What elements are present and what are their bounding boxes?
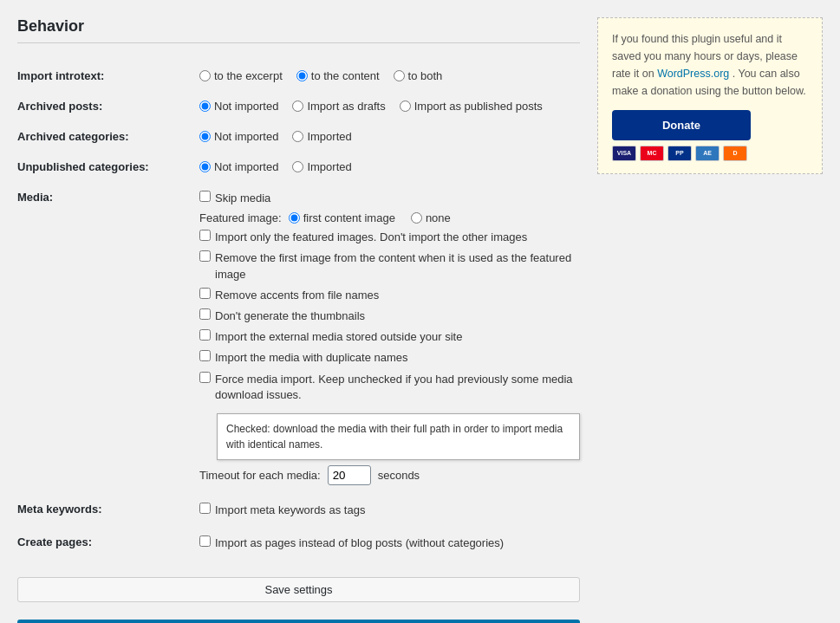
skip-media-row: Skip media bbox=[199, 191, 580, 206]
archposts-drafts-radio[interactable] bbox=[292, 101, 303, 112]
introtext-both-label[interactable]: to both bbox=[408, 69, 443, 82]
featured-none-option[interactable]: none bbox=[411, 211, 451, 224]
archposts-drafts-option[interactable]: Import as drafts bbox=[292, 100, 385, 113]
start-button[interactable]: Start / Resume the import bbox=[17, 620, 580, 623]
featured-first-option[interactable]: first content image bbox=[289, 211, 395, 224]
media-no-thumbnails-row: Don't generate the thumbnails bbox=[199, 308, 580, 324]
import-introtext-options: to the excerpt to the content to both bbox=[199, 69, 580, 82]
media-only-featured-label[interactable]: Import only the featured images. Don't i… bbox=[215, 230, 527, 245]
media-remove-first-label[interactable]: Remove the first image from the content … bbox=[215, 250, 580, 282]
media-tooltip-box: Checked: download the media with their f… bbox=[199, 410, 580, 460]
introtext-content-label[interactable]: to the content bbox=[311, 69, 380, 82]
media-duplicate-checkbox[interactable] bbox=[199, 350, 211, 361]
introtext-both-radio[interactable] bbox=[394, 70, 405, 81]
media-force-checkbox[interactable] bbox=[199, 372, 211, 383]
media-external-label[interactable]: Import the external media stored outside… bbox=[215, 329, 462, 345]
featured-first-label[interactable]: first content image bbox=[303, 211, 395, 224]
featured-none-radio[interactable] bbox=[411, 212, 422, 224]
archposts-published-radio[interactable] bbox=[400, 101, 411, 112]
unpubcat-not-radio[interactable] bbox=[199, 161, 211, 172]
card-icons-row: VISA MC PP AE D bbox=[612, 146, 808, 161]
import-introtext-label: Import introtext: bbox=[17, 61, 191, 91]
media-timeout-unit: seconds bbox=[378, 469, 420, 482]
media-external-row: Import the external media stored outside… bbox=[199, 329, 580, 345]
mastercard-icon: MC bbox=[640, 146, 664, 161]
introtext-excerpt-option[interactable]: to the excerpt bbox=[199, 69, 283, 82]
media-row: Media: Skip media Featured image: bbox=[17, 182, 580, 494]
media-tooltip-popup: Checked: download the media with their f… bbox=[217, 413, 580, 460]
wordpress-org-link[interactable]: WordPress.org bbox=[657, 68, 729, 80]
unpubcat-imported-option[interactable]: Imported bbox=[292, 160, 351, 173]
introtext-content-radio[interactable] bbox=[296, 70, 308, 81]
media-duplicate-label[interactable]: Import the media with duplicate names bbox=[215, 350, 408, 366]
archposts-not-label[interactable]: Not imported bbox=[214, 100, 278, 113]
media-force-label[interactable]: Force media import. Keep unchecked if yo… bbox=[215, 372, 580, 403]
save-button[interactable]: Save settings bbox=[17, 577, 580, 602]
featured-image-row: Featured image: first content image none bbox=[199, 211, 580, 224]
media-timeout-input[interactable] bbox=[328, 465, 371, 485]
meta-keywords-option: Import meta keywords as tags bbox=[199, 503, 580, 518]
archcat-not-option[interactable]: Not imported bbox=[199, 130, 278, 143]
archposts-published-option[interactable]: Import as published posts bbox=[400, 100, 543, 113]
media-only-featured-checkbox[interactable] bbox=[199, 230, 211, 241]
skip-media-checkbox[interactable] bbox=[199, 191, 211, 202]
introtext-both-option[interactable]: to both bbox=[394, 69, 443, 82]
media-options: Skip media Featured image: first content… bbox=[199, 191, 580, 485]
introtext-excerpt-label[interactable]: to the excerpt bbox=[214, 69, 283, 82]
media-remove-first-row: Remove the first image from the content … bbox=[199, 250, 580, 282]
archived-categories-options: Not imported Imported bbox=[199, 130, 580, 143]
unpubcat-imported-label[interactable]: Imported bbox=[307, 160, 351, 173]
archposts-not-option[interactable]: Not imported bbox=[199, 100, 278, 113]
archived-posts-row: Archived posts: Not imported Import as d… bbox=[17, 91, 580, 121]
create-pages-checkbox-label[interactable]: Import as pages instead of blog posts (w… bbox=[215, 535, 504, 551]
archposts-drafts-label[interactable]: Import as drafts bbox=[307, 100, 385, 113]
archcat-imported-label[interactable]: Imported bbox=[307, 130, 351, 143]
unpubcat-not-label[interactable]: Not imported bbox=[214, 160, 278, 173]
archived-categories-row: Archived categories: Not imported Import… bbox=[17, 121, 580, 152]
archived-posts-options: Not imported Import as drafts Import as … bbox=[199, 100, 580, 113]
settings-table: Import introtext: to the excerpt to the … bbox=[17, 61, 580, 560]
unpubcat-not-option[interactable]: Not imported bbox=[199, 160, 278, 173]
unpubcat-imported-radio[interactable] bbox=[292, 161, 303, 172]
media-external-checkbox[interactable] bbox=[199, 329, 211, 341]
create-pages-row: Create pages: Import as pages instead of… bbox=[17, 527, 580, 560]
create-pages-option: Import as pages instead of blog posts (w… bbox=[199, 535, 580, 551]
introtext-content-option[interactable]: to the content bbox=[296, 69, 380, 82]
media-no-thumbnails-label[interactable]: Don't generate the thumbnails bbox=[215, 308, 365, 324]
archposts-published-label[interactable]: Import as published posts bbox=[414, 100, 543, 113]
create-pages-label: Create pages: bbox=[17, 527, 191, 560]
skip-media-label[interactable]: Skip media bbox=[215, 191, 270, 206]
archposts-not-radio[interactable] bbox=[199, 101, 211, 112]
buttons-row: Save settings Start / Resume the import bbox=[17, 577, 580, 623]
paypal-icon: PP bbox=[667, 146, 692, 161]
meta-keywords-checkbox-label[interactable]: Import meta keywords as tags bbox=[215, 503, 365, 518]
featured-first-radio[interactable] bbox=[289, 212, 300, 224]
unpublished-categories-row: Unpublished categories: Not imported Imp… bbox=[17, 152, 580, 182]
media-timeout-label: Timeout for each media: bbox=[199, 469, 321, 482]
archcat-not-radio[interactable] bbox=[199, 131, 211, 142]
media-force-row: Force media import. Keep unchecked if yo… bbox=[199, 372, 580, 403]
media-remove-accents-checkbox[interactable] bbox=[199, 288, 211, 299]
media-no-thumbnails-checkbox[interactable] bbox=[199, 308, 211, 320]
media-remove-accents-row: Remove accents from file names bbox=[199, 288, 580, 303]
import-introtext-row: Import introtext: to the excerpt to the … bbox=[17, 61, 580, 91]
archcat-imported-radio[interactable] bbox=[292, 131, 303, 142]
archcat-not-label[interactable]: Not imported bbox=[214, 130, 278, 143]
discover-icon: D bbox=[723, 146, 747, 161]
media-duplicate-row: Import the media with duplicate names bbox=[199, 350, 580, 366]
create-pages-checkbox[interactable] bbox=[199, 535, 211, 547]
amex-icon: AE bbox=[695, 146, 720, 161]
archcat-imported-option[interactable]: Imported bbox=[292, 130, 351, 143]
meta-keywords-label: Meta keywords: bbox=[17, 494, 191, 527]
archived-categories-label: Archived categories: bbox=[17, 121, 191, 152]
media-remove-first-checkbox[interactable] bbox=[199, 250, 211, 262]
featured-none-label[interactable]: none bbox=[426, 211, 451, 224]
media-remove-accents-label[interactable]: Remove accents from file names bbox=[215, 288, 379, 303]
introtext-excerpt-radio[interactable] bbox=[199, 70, 211, 81]
visa-icon: VISA bbox=[612, 146, 636, 161]
unpublished-categories-options: Not imported Imported bbox=[199, 160, 580, 173]
meta-keywords-checkbox[interactable] bbox=[199, 503, 211, 514]
media-only-featured-row: Import only the featured images. Don't i… bbox=[199, 230, 580, 245]
donate-button[interactable]: Donate bbox=[612, 110, 751, 140]
media-timeout-row: Timeout for each media: seconds bbox=[199, 465, 580, 485]
